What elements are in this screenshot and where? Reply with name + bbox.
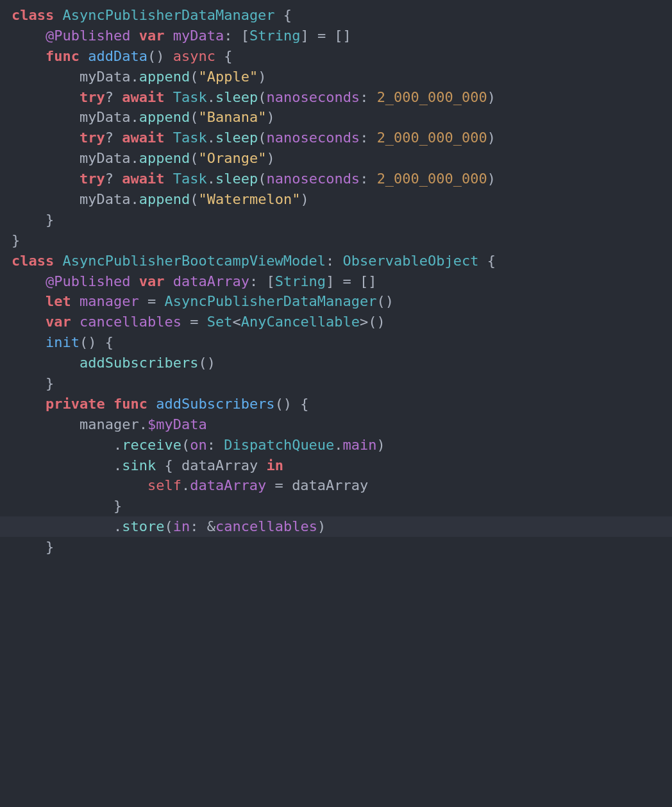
code-token: sleep	[215, 130, 258, 146]
code-token: {	[479, 253, 496, 269]
code-token: .	[139, 416, 147, 432]
code-token: class	[12, 7, 62, 23]
code-token: .	[334, 437, 342, 453]
code-line[interactable]: private func addSubscribers() {	[0, 394, 672, 414]
code-token: append	[139, 191, 190, 207]
code-line[interactable]: myData.append("Orange")	[0, 148, 672, 169]
code-token: (	[258, 171, 266, 187]
code-token: : [	[224, 28, 249, 44]
code-line[interactable]: try? await Task.sleep(nanoseconds: 2_000…	[0, 87, 672, 108]
code-token: Set	[207, 314, 233, 330]
code-token: : [	[249, 273, 275, 289]
code-token: =	[181, 314, 207, 330]
code-token: class	[12, 253, 62, 269]
code-line[interactable]: self.dataArray = dataArray	[0, 475, 672, 496]
code-token: }	[46, 539, 54, 555]
code-line[interactable]: var cancellables = Set<AnyCancellable>()	[0, 312, 672, 332]
code-editor[interactable]: class AsyncPublisherDataManager { @Publi…	[0, 0, 672, 596]
code-token: sleep	[215, 89, 258, 105]
code-token: .	[207, 89, 215, 105]
code-line[interactable]: }	[0, 230, 672, 251]
code-token: }	[12, 232, 20, 248]
code-line[interactable]: .sink { dataArray in	[0, 455, 672, 476]
code-line[interactable]: class AsyncPublisherDataManager {	[0, 5, 672, 26]
code-token: nanoseconds	[266, 171, 360, 187]
code-token: try	[80, 130, 105, 146]
code-token: .	[113, 457, 122, 473]
code-token: (	[190, 150, 198, 166]
code-line[interactable]: myData.append("Watermelon")	[0, 189, 672, 210]
code-token: Task	[173, 89, 207, 105]
code-token: DispatchQueue	[224, 437, 334, 453]
code-token: try	[80, 171, 105, 187]
code-token: (	[258, 89, 266, 105]
code-token: sink	[122, 457, 156, 473]
code-token: "Orange"	[198, 150, 266, 166]
code-line[interactable]: .receive(on: DispatchQueue.main)	[0, 435, 672, 455]
code-token: on	[190, 437, 207, 453]
code-token: ?	[105, 171, 122, 187]
code-token: myData	[80, 150, 130, 166]
code-token: >()	[360, 314, 385, 330]
code-line[interactable]: try? await Task.sleep(nanoseconds: 2_000…	[0, 128, 672, 148]
code-token: :	[207, 437, 224, 453]
code-token: AsyncPublisherDataManager	[164, 293, 376, 309]
code-token: .	[207, 171, 215, 187]
code-token: () {	[80, 334, 113, 350]
code-token: func	[46, 48, 88, 64]
code-line[interactable]: }	[0, 210, 672, 230]
code-line[interactable]: addSubscribers()	[0, 353, 672, 373]
code-token: try	[80, 89, 105, 105]
code-token: 2_000_000_000	[377, 89, 487, 105]
code-line[interactable]: let manager = AsyncPublisherDataManager(…	[0, 291, 672, 312]
code-token: (	[190, 69, 198, 85]
code-token: var	[46, 314, 80, 330]
code-token: myData	[80, 191, 130, 207]
code-token: ()	[377, 293, 394, 309]
code-token: append	[139, 150, 190, 166]
code-token: cancellables	[80, 314, 181, 330]
code-token: .	[113, 518, 122, 534]
code-token: self	[147, 477, 181, 493]
code-token: .	[207, 130, 215, 146]
code-token: dataArray	[292, 477, 368, 493]
code-line[interactable]: }	[0, 537, 672, 557]
code-token: cancellables	[215, 518, 317, 534]
code-token: .	[181, 477, 190, 493]
code-token: await	[122, 130, 172, 146]
code-line[interactable]: init() {	[0, 332, 672, 353]
code-line[interactable]: manager.$myData	[0, 414, 672, 435]
code-token: addSubscribers	[156, 396, 274, 412]
code-token: dataArray	[181, 457, 266, 473]
code-token: dataArray	[190, 477, 266, 493]
code-line[interactable]: myData.append("Banana")	[0, 107, 672, 128]
code-token: AnyCancellable	[241, 314, 360, 330]
code-line[interactable]: myData.append("Apple")	[0, 67, 672, 87]
code-line[interactable]: }	[0, 373, 672, 394]
code-line[interactable]: }	[0, 496, 672, 516]
code-token: sleep	[215, 171, 258, 187]
code-token: <	[232, 314, 240, 330]
code-token: @Published	[46, 273, 139, 289]
code-line[interactable]: .store(in: &cancellables)	[0, 516, 672, 537]
code-line[interactable]: func addData() async {	[0, 46, 672, 67]
code-token: Task	[173, 171, 207, 187]
code-line[interactable]: @Published var dataArray: [String] = []	[0, 271, 672, 292]
code-token: $myData	[147, 416, 207, 432]
code-token: addData	[88, 48, 147, 64]
code-token: addSubscribers	[80, 355, 198, 371]
code-token: ObservableObject	[343, 253, 479, 269]
code-line[interactable]: try? await Task.sleep(nanoseconds: 2_000…	[0, 169, 672, 189]
code-line[interactable]: class AsyncPublisherBootcampViewModel: O…	[0, 251, 672, 271]
code-token: "Apple"	[198, 69, 258, 85]
code-token: (	[190, 191, 198, 207]
code-token: ()	[198, 355, 215, 371]
code-token: await	[122, 171, 172, 187]
code-token: myData	[173, 28, 224, 44]
code-token: store	[122, 518, 164, 534]
code-token: {	[275, 7, 292, 23]
code-line[interactable]: @Published var myData: [String] = []	[0, 26, 672, 46]
code-token: )	[487, 171, 496, 187]
code-token: .	[130, 191, 139, 207]
code-token: append	[139, 109, 190, 125]
